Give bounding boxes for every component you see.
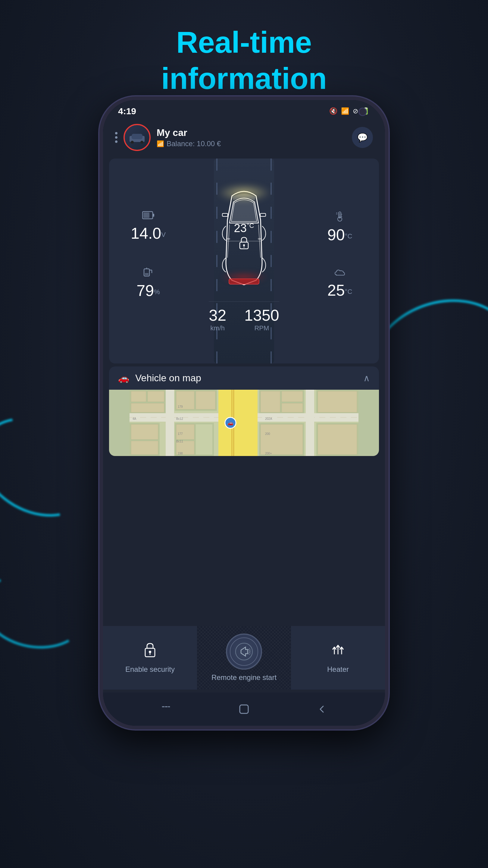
svg-text:202А: 202А — [265, 417, 272, 421]
svg-rect-19 — [258, 238, 261, 240]
svg-text:179: 179 — [178, 405, 183, 408]
phone-frame: 4:19 🔇 📶 ⊘ 🔋 — [99, 96, 389, 730]
fuel-value: 79% — [136, 281, 160, 300]
map-title: Vehicle on map — [135, 373, 201, 384]
svg-text:🚗: 🚗 — [227, 420, 233, 426]
car-dashboard: 14.0V — [109, 158, 379, 364]
chat-button[interactable]: 💬 — [352, 127, 373, 148]
car-info: My car 📶 Balance: 10.00 € — [157, 127, 346, 148]
svg-text:4A: 4A — [133, 417, 136, 421]
map-chevron-icon: ∧ — [363, 373, 370, 383]
map-preview[interactable]: 4A Вс12 Вс11 179 177 202А 200 198 200+ 🚗 — [109, 390, 379, 456]
svg-rect-33 — [131, 403, 164, 412]
phone-screen: 4:19 🔇 📶 ⊘ 🔋 — [103, 100, 385, 726]
nav-recents-button[interactable] — [161, 704, 171, 715]
security-label: Enable security — [125, 664, 175, 674]
status-bar: 4:19 🔇 📶 ⊘ 🔋 — [103, 100, 385, 119]
engine-label: Remote engine start — [212, 673, 276, 682]
svg-rect-49 — [261, 424, 303, 455]
nav-home-button[interactable] — [238, 703, 250, 715]
menu-dot — [115, 132, 118, 134]
phone-vol-down — [99, 239, 100, 275]
speed-rpm-bar: 32 km/h 1350 RPM — [209, 301, 279, 332]
svg-text:200+: 200+ — [265, 452, 272, 455]
rpm-stat: 1350 RPM — [244, 306, 279, 332]
car-avatar-image — [128, 131, 146, 144]
lock-icon — [238, 236, 250, 252]
battery-stat-icon — [131, 210, 166, 222]
svg-rect-5 — [153, 214, 154, 217]
svg-rect-1 — [132, 134, 142, 139]
svg-rect-17 — [260, 213, 266, 216]
nav-back-button[interactable] — [317, 704, 327, 715]
svg-rect-82 — [240, 705, 248, 713]
svg-text:198: 198 — [178, 452, 183, 455]
status-time: 4:19 — [118, 106, 136, 116]
svg-text:Вс11: Вс11 — [176, 440, 183, 443]
svg-rect-36 — [131, 441, 158, 455]
svg-text:200: 200 — [265, 432, 270, 435]
car-top-view: 23°C — [214, 178, 274, 292]
svg-rect-32 — [148, 391, 164, 402]
map-header-left: 🚗 Vehicle on map — [118, 373, 201, 384]
heater-button[interactable]: Heater — [291, 626, 385, 689]
phone-vol-up — [99, 190, 100, 227]
svg-rect-31 — [131, 391, 146, 402]
svg-point-75 — [235, 643, 253, 660]
svg-rect-6 — [143, 213, 150, 218]
svg-rect-39 — [196, 391, 216, 409]
svg-rect-35 — [131, 424, 158, 439]
svg-text:Вс12: Вс12 — [176, 417, 183, 421]
menu-button[interactable] — [115, 132, 118, 143]
svg-rect-53 — [318, 424, 357, 455]
outside-temp-stat: 25°C — [327, 268, 352, 299]
engine-icon — [235, 643, 253, 661]
voltage-stat: 14.0V — [131, 210, 166, 242]
svg-rect-47 — [282, 403, 303, 412]
svg-rect-57 — [218, 390, 258, 456]
taillight-glow — [220, 271, 268, 283]
svg-rect-11 — [145, 273, 149, 275]
chat-icon: 💬 — [357, 133, 368, 143]
headlight-glow — [217, 184, 271, 202]
header-line2: information — [0, 60, 488, 96]
svg-rect-46 — [282, 391, 303, 402]
outside-temp-value: 25°C — [327, 281, 352, 299]
thermometer-icon — [327, 211, 352, 224]
svg-rect-51 — [318, 391, 357, 412]
svg-rect-56 — [166, 390, 174, 456]
engine-start-circle[interactable] — [226, 633, 262, 670]
svg-rect-45 — [261, 391, 280, 412]
car-name: My car — [157, 127, 346, 138]
security-icon — [142, 642, 158, 661]
car-avatar[interactable] — [124, 124, 151, 151]
bottom-action-bar: Enable security Remote engine start — [103, 626, 385, 689]
menu-dot — [115, 136, 118, 138]
phone-power-btn — [388, 215, 389, 275]
car-balance: 📶 Balance: 10.00 € — [157, 140, 346, 148]
menu-dot — [115, 141, 118, 143]
svg-point-73 — [149, 651, 151, 653]
heater-label: Heater — [327, 664, 349, 674]
front-camera — [358, 107, 367, 116]
engine-temp-stat: 90°C — [327, 211, 352, 244]
page-title: Real-time information — [0, 24, 488, 96]
map-car-icon: 🚗 — [118, 373, 129, 383]
app-header: My car 📶 Balance: 10.00 € 💬 — [103, 119, 385, 156]
header-line1: Real-time — [0, 24, 488, 60]
svg-rect-16 — [222, 213, 228, 216]
balance-text: Balance: 10.00 € — [167, 140, 221, 148]
speed-stat: 32 km/h — [209, 306, 226, 332]
interior-temp: 23°C — [234, 222, 254, 235]
map-svg: 4A Вс12 Вс11 179 177 202А 200 198 200+ 🚗 — [109, 390, 379, 456]
svg-rect-41 — [176, 424, 194, 439]
svg-rect-18 — [227, 238, 230, 240]
remote-engine-button[interactable]: Remote engine start — [197, 626, 291, 689]
enable-security-button[interactable]: Enable security — [103, 626, 197, 689]
map-header[interactable]: 🚗 Vehicle on map ∧ — [109, 367, 379, 390]
navigation-bar — [103, 692, 385, 726]
svg-text:177: 177 — [178, 432, 183, 435]
signal-icon: 📶 — [157, 140, 164, 147]
voltage-value: 14.0V — [131, 224, 166, 242]
svg-rect-43 — [196, 424, 213, 455]
